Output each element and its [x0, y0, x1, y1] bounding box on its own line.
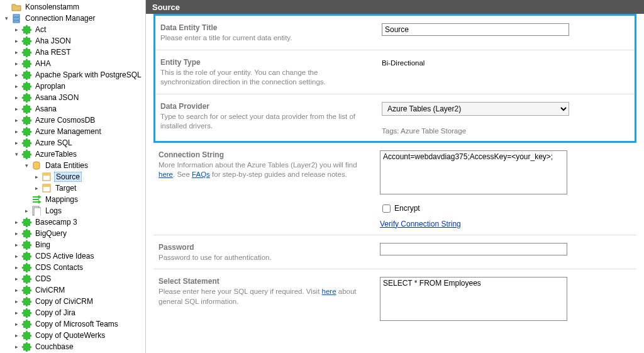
tree-item-connection[interactable]: ▸Aha JSON: [0, 35, 145, 47]
expand-icon[interactable]: ▸: [13, 241, 20, 249]
puzzle-icon: [21, 70, 31, 80]
password-input[interactable]: [380, 243, 567, 255]
puzzle-icon: [21, 138, 31, 148]
faq-link[interactable]: FAQs: [192, 171, 210, 178]
tree-item-connection[interactable]: ▸CDS Contacts: [0, 262, 145, 273]
tree-item-connection[interactable]: ▾AzureTables: [0, 148, 145, 160]
entity-title-input[interactable]: [382, 23, 569, 36]
tree-item-root[interactable]: Konsolenstamm: [0, 1, 145, 13]
tree-label: Asana JSON: [34, 93, 80, 102]
expand-icon[interactable]: ▸: [13, 116, 20, 124]
tree-item-connection[interactable]: ▸Aha REST: [0, 47, 145, 58]
tree-item-connection[interactable]: ▸Bing: [0, 239, 145, 250]
provider-tags: Tags: Azure Table Storage: [382, 127, 631, 135]
tree-item-connection[interactable]: ▸Aproplan: [0, 81, 145, 92]
tree-label: Azure Management: [34, 127, 103, 136]
tree-label: Data Entities: [44, 161, 89, 170]
tree-label: Act: [34, 25, 47, 34]
tree-label: Logs: [44, 206, 63, 215]
expand-icon[interactable]: ▸: [13, 48, 20, 56]
tree-label: CDS: [34, 274, 52, 283]
expand-icon[interactable]: ▸: [13, 26, 20, 33]
tree-item-connection[interactable]: ▸CDS: [0, 273, 145, 284]
expand-icon[interactable]: ▸: [13, 128, 20, 135]
tree-item-connection[interactable]: ▸Azure SQL: [0, 137, 145, 148]
expand-icon[interactable]: ▸: [13, 230, 20, 237]
expand-icon[interactable]: ▾: [13, 150, 20, 158]
field-desc: Password to use for authentication.: [158, 253, 367, 263]
expand-icon[interactable]: ▸: [13, 218, 20, 226]
expand-icon[interactable]: ▸: [13, 105, 20, 113]
tree-item-connection[interactable]: ▸CDS Active Ideas: [0, 250, 145, 262]
sql-info-link[interactable]: here: [322, 288, 336, 295]
tree-item-data-entities[interactable]: ▾ Data Entities: [0, 160, 145, 171]
data-provider-select[interactable]: Azure Tables (Layer2): [382, 102, 569, 116]
expand-icon[interactable]: ▸: [13, 94, 20, 101]
puzzle-icon: [21, 342, 31, 352]
tree-item-connection[interactable]: ▸Azure Management: [0, 126, 145, 137]
tree-item-connection[interactable]: ▸Couchbase: [0, 341, 145, 352]
expand-icon[interactable]: ▸: [13, 82, 20, 90]
tree-item-connection[interactable]: ▸Apache Spark with PostgreSQL: [0, 69, 145, 81]
tree-item-connection[interactable]: ▸Copy of Microsoft Teams: [0, 318, 145, 330]
tree-item-connection[interactable]: ▸AHA: [0, 58, 145, 69]
tree-item-logs[interactable]: ▸ Logs: [0, 205, 145, 216]
tree-item-connection[interactable]: ▸Basecamp 3: [0, 216, 145, 228]
server-icon: [11, 13, 21, 23]
expand-icon[interactable]: ▸: [33, 184, 40, 192]
table-icon: [42, 183, 52, 193]
expand-icon[interactable]: ▸: [13, 286, 20, 294]
field-label: Select Statement: [158, 277, 367, 286]
puzzle-icon: [21, 296, 31, 306]
collapse-icon[interactable]: ▾: [23, 162, 30, 169]
tree-item-mappings[interactable]: Mappings: [0, 194, 145, 205]
tree-item-connection[interactable]: ▸Copy of QuoteWerks: [0, 330, 145, 341]
expand-icon[interactable]: ▸: [13, 60, 20, 67]
verify-connection-link[interactable]: Verify Connection String: [380, 220, 461, 228]
connection-string-input[interactable]: [380, 150, 567, 194]
tree-label: Bing: [34, 240, 52, 249]
tree-item-connection[interactable]: ▸Copy of CiviCRM: [0, 296, 145, 307]
expand-icon[interactable]: ▸: [33, 173, 40, 181]
puzzle-icon: [21, 308, 31, 318]
expand-icon[interactable]: ▸: [13, 332, 20, 339]
tree-item-connection[interactable]: ▸Azure CosmosDB: [0, 115, 145, 126]
expand-icon[interactable]: ▸: [13, 298, 20, 305]
expand-icon[interactable]: ▸: [13, 275, 20, 283]
tree-label: CDS Contacts: [34, 263, 84, 272]
puzzle-icon: [21, 262, 31, 272]
expand-icon[interactable]: ▸: [13, 37, 20, 45]
info-link[interactable]: here: [158, 171, 173, 178]
tree-item-connection[interactable]: ▸Act: [0, 24, 145, 35]
tree-item-connection[interactable]: ▸Asana: [0, 103, 145, 115]
expand-icon[interactable]: ▸: [13, 71, 20, 79]
expand-icon[interactable]: ▸: [13, 139, 20, 147]
field-desc: Please enter a title for current data en…: [160, 33, 369, 43]
expand-icon[interactable]: ▸: [23, 207, 30, 215]
puzzle-icon: [21, 47, 31, 57]
tree-item-connection[interactable]: ▸Copy of Jira: [0, 307, 145, 318]
puzzle-icon: [21, 228, 31, 238]
expand-icon[interactable]: ▸: [13, 343, 20, 350]
collapse-icon[interactable]: ▾: [3, 14, 10, 22]
puzzle-icon: [21, 115, 31, 125]
field-label: Data Entity Title: [160, 23, 369, 32]
tree-label: Azure CosmosDB: [34, 116, 96, 125]
encrypt-checkbox[interactable]: [382, 205, 391, 213]
expand-icon[interactable]: ▸: [13, 320, 20, 328]
tree-item-connection[interactable]: ▸CiviCRM: [0, 284, 145, 296]
tree-item-source[interactable]: ▸ Source: [0, 171, 145, 182]
tree-item-connection[interactable]: ▸Asana JSON: [0, 92, 145, 103]
tree-item-connection-manager[interactable]: ▾ Connection Manager: [0, 13, 145, 24]
puzzle-icon: [21, 217, 31, 227]
expand-icon[interactable]: ▸: [13, 309, 20, 317]
tree-label: Copy of QuoteWerks: [34, 331, 106, 340]
expand-icon[interactable]: ▸: [13, 264, 20, 271]
select-statement-input[interactable]: [380, 277, 567, 321]
tree-label: Aproplan: [34, 82, 67, 91]
puzzle-icon: [21, 25, 31, 35]
tree-label: BigQuery: [34, 229, 68, 238]
tree-item-connection[interactable]: ▸BigQuery: [0, 228, 145, 239]
tree-item-target[interactable]: ▸ Target: [0, 182, 145, 194]
expand-icon[interactable]: ▸: [13, 252, 20, 260]
